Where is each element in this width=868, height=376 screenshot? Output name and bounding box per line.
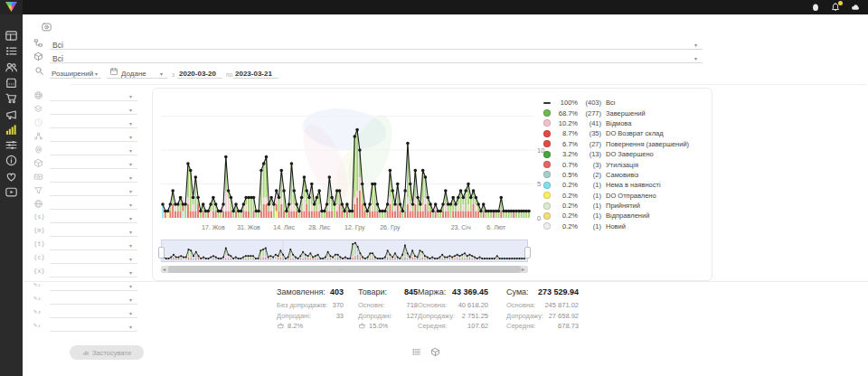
- basket-icon: [277, 322, 285, 330]
- filter-note-2[interactable]: ✎₂: [33, 294, 140, 307]
- chevron-down-icon: [129, 215, 132, 221]
- legend-item[interactable]: 8.7%(35)DO Возврат склад: [543, 128, 708, 138]
- legend-item[interactable]: 100%(403)Всі: [543, 98, 708, 108]
- sidebar-item-care[interactable]: [5, 170, 18, 183]
- legend-item[interactable]: 68.7%(277)Завершений: [543, 108, 708, 118]
- date-to-label: по: [226, 71, 232, 78]
- chevron-down-icon: [694, 42, 697, 48]
- legend-marker-icon: [543, 140, 551, 147]
- sidebar-item-dashboard[interactable]: [5, 29, 18, 42]
- legend-item[interactable]: 0.2%(1)Нема в наявності: [543, 180, 708, 190]
- stat-sub-label: Основна:: [506, 300, 535, 311]
- legend-item[interactable]: 0.7%(3)Утилізація: [543, 159, 708, 169]
- date-from-input[interactable]: 2020-03-20: [179, 70, 216, 78]
- filter-website[interactable]: [33, 199, 140, 212]
- legend-count: (2): [578, 171, 601, 179]
- apply-filters-button[interactable]: Застосувати: [70, 345, 144, 360]
- filter-funnel[interactable]: [33, 185, 140, 199]
- brand-logo[interactable]: [0, 0, 23, 14]
- sidebar-item-marketing[interactable]: [5, 108, 18, 121]
- legend-item[interactable]: 0.2%(1)Прийнятий: [543, 201, 708, 211]
- filter-operator[interactable]: [33, 145, 140, 158]
- filter-utm-source[interactable]: {s}: [33, 212, 140, 226]
- legend-item[interactable]: 0.5%(2)Самовивіз: [543, 170, 708, 180]
- filter-product[interactable]: [33, 158, 140, 172]
- svg-text:28. Лис: 28. Лис: [308, 224, 330, 230]
- sidebar-item-orders[interactable]: [5, 44, 18, 58]
- product-filter-value[interactable]: Всі: [52, 54, 63, 63]
- filter-note-1[interactable]: ✎₁: [33, 280, 140, 294]
- date-to-input[interactable]: 2023-03-21: [235, 70, 272, 78]
- filter-payment[interactable]: [33, 172, 140, 185]
- filter-underline: [50, 263, 137, 264]
- filter-utm-campaign[interactable]: {x}: [33, 267, 140, 280]
- status-filter-underline: [50, 40, 703, 50]
- legend-percent: 8.7%: [554, 129, 578, 137]
- legend-item[interactable]: 6.7%(27)Повернення (завершений): [543, 139, 708, 149]
- legend-item[interactable]: 0.2%(1)Новий: [543, 221, 708, 231]
- status-filter-value[interactable]: Всі: [52, 41, 63, 50]
- legend-percent: 100%: [554, 99, 578, 107]
- notifications-bell-icon[interactable]: [830, 2, 841, 13]
- sidebar-item-store[interactable]: [5, 76, 18, 89]
- sidebar-item-settings[interactable]: [5, 138, 18, 152]
- fingerprint-icon: [33, 145, 43, 155]
- filter-note-4[interactable]: ✎₄: [33, 321, 140, 334]
- clock-icon: [33, 118, 43, 127]
- legend-item[interactable]: 3.2%(13)DO Завершено: [543, 149, 708, 159]
- filter-note-3[interactable]: ✎₃: [33, 307, 140, 321]
- cash-icon: [33, 172, 43, 182]
- filter-time[interactable]: [33, 118, 140, 131]
- legend-count: (277): [578, 109, 601, 118]
- legend-marker-icon: [543, 192, 551, 199]
- products-view-icon[interactable]: [430, 347, 440, 357]
- legend-label: Всі: [606, 99, 615, 107]
- brush-handle-right[interactable]: [524, 247, 531, 258]
- svg-text:17. Жов: 17. Жов: [202, 224, 225, 230]
- legend-marker-icon: [543, 212, 551, 220]
- filter-utm-term[interactable]: {t}: [33, 240, 140, 253]
- legend-label: DO Отправлено: [606, 192, 656, 200]
- legend-count: (35): [578, 129, 601, 137]
- brush-handle-left[interactable]: [158, 247, 165, 258]
- legend-marker-icon: [543, 102, 551, 104]
- sidebar-item-info[interactable]: [5, 154, 18, 167]
- brush-scrollbar-handle[interactable]: [168, 266, 521, 273]
- filter-country[interactable]: [33, 90, 140, 104]
- avatar-egg-icon[interactable]: [810, 2, 821, 13]
- earth-icon: [33, 90, 43, 100]
- filter-utm-medium-icon: {m}: [33, 227, 45, 234]
- stat-value: 403: [330, 287, 344, 296]
- scroll-right-icon[interactable]: [522, 267, 524, 273]
- display-icon[interactable]: [40, 22, 53, 33]
- sidebar-item-tutorials[interactable]: [5, 185, 18, 199]
- chart-brush[interactable]: [161, 240, 528, 263]
- orders-list-view-icon[interactable]: [411, 347, 421, 357]
- search-mode-select[interactable]: Розширений: [52, 70, 93, 78]
- stat-sub-value: 33: [336, 311, 344, 322]
- stat-sub-label: Середня:: [506, 321, 535, 332]
- sidebar-item-analytics[interactable]: [5, 123, 18, 136]
- filter-supplier[interactable]: [33, 104, 140, 118]
- legend-marker-icon: [543, 151, 551, 158]
- filter-underline: [50, 141, 137, 142]
- stat-sub-label: Допродажу:: [506, 311, 543, 322]
- filter-utm-content[interactable]: {c}: [33, 253, 140, 267]
- sidebar-item-purchases[interactable]: [5, 91, 18, 105]
- sidebar-item-customers[interactable]: [5, 61, 18, 74]
- filter-utm-medium[interactable]: {m}: [33, 226, 140, 240]
- scroll-left-icon[interactable]: [163, 267, 165, 273]
- date-field-select[interactable]: Додане: [121, 70, 146, 78]
- chevron-down-icon: [160, 71, 163, 77]
- filter-affiliate[interactable]: [33, 131, 140, 145]
- search-icon[interactable]: [34, 66, 44, 76]
- legend-item[interactable]: 10.2%(41)Відмова: [543, 118, 708, 128]
- legend-marker-icon: [543, 119, 551, 127]
- filter-underline: [50, 100, 137, 101]
- legend-item[interactable]: 0.2%(1)Відправлений: [543, 211, 708, 221]
- legend-count: (403): [578, 99, 601, 107]
- legend-item[interactable]: 0.2%(1)DO Отправлено: [543, 191, 708, 201]
- theme-cloud-icon[interactable]: [850, 2, 861, 13]
- stat-sub-label: Допродажу:: [418, 311, 455, 322]
- filter-underline: [50, 114, 137, 115]
